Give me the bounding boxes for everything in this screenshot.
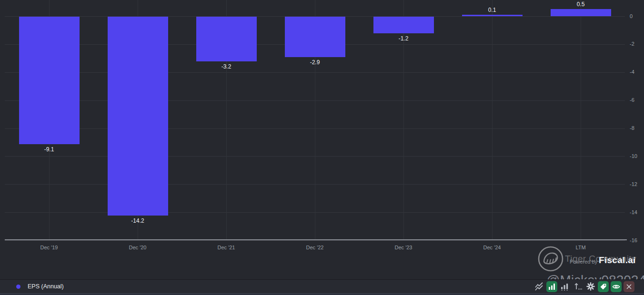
y-tick-label: -4 bbox=[630, 69, 634, 75]
bar[interactable] bbox=[19, 17, 80, 144]
trend-lines-icon[interactable] bbox=[533, 281, 544, 292]
y-tick-label: -16 bbox=[630, 237, 637, 243]
bar-value-label: 0.5 bbox=[577, 1, 585, 8]
y-tick-label: -12 bbox=[630, 181, 637, 187]
y-tick-label: -14 bbox=[630, 209, 637, 215]
bar[interactable] bbox=[108, 17, 168, 216]
x-tick-label: Dec '19 bbox=[40, 245, 58, 250]
bar-value-label: 0.1 bbox=[488, 7, 496, 13]
y-tick-label: -6 bbox=[630, 97, 634, 103]
y-tick-label: -10 bbox=[630, 153, 637, 159]
x-tick-label: Dec '24 bbox=[483, 245, 501, 250]
y-tick-label: -2 bbox=[630, 41, 634, 47]
eps-bar-chart: 0-2-4-6-8-10-12-14-16-9.1Dec '19-14.2Dec… bbox=[0, 0, 644, 279]
bar-value-label: -1.2 bbox=[399, 35, 409, 42]
legend-label: EPS (Annual) bbox=[28, 283, 64, 290]
bar-value-label: -14.2 bbox=[131, 217, 144, 224]
settings-gear-icon[interactable] bbox=[585, 281, 596, 292]
x-tick-label: Dec '20 bbox=[129, 245, 147, 250]
chart-toolbar bbox=[533, 281, 644, 292]
eye-icon[interactable] bbox=[611, 281, 622, 292]
sort-order-icon[interactable] bbox=[572, 281, 583, 292]
x-tick-label: Dec '21 bbox=[218, 245, 235, 250]
tiger-logo-icon bbox=[537, 246, 564, 272]
bar-value-label: -9.1 bbox=[44, 146, 54, 153]
bar-value-label: -2.9 bbox=[310, 59, 320, 66]
x-tick-label: Dec '23 bbox=[395, 245, 413, 250]
bar[interactable] bbox=[196, 17, 257, 61]
x-tick-label: LTM bbox=[575, 245, 585, 250]
bar[interactable] bbox=[285, 17, 345, 57]
x-tick-label: Dec '22 bbox=[306, 245, 324, 250]
y-tick-label: -8 bbox=[630, 125, 634, 131]
chart-footer-bar: EPS (Annual) bbox=[0, 279, 644, 294]
tag-icon[interactable] bbox=[598, 281, 609, 292]
fiscal-brand-label: Fiscal.ai bbox=[599, 255, 636, 266]
bar[interactable] bbox=[551, 9, 611, 16]
h-gridline bbox=[5, 240, 625, 241]
bar-value-label: -3.2 bbox=[221, 63, 231, 70]
v-gridline bbox=[492, 0, 493, 240]
v-gridline bbox=[581, 0, 581, 240]
bar[interactable] bbox=[462, 15, 523, 16]
x-axis-line bbox=[5, 239, 627, 240]
y-tick-label: 0 bbox=[630, 13, 633, 19]
column-chart-icon[interactable] bbox=[559, 281, 570, 292]
powered-by-label: Powered by bbox=[570, 259, 597, 265]
close-icon[interactable] bbox=[624, 281, 634, 292]
bar-chart-active-icon[interactable] bbox=[546, 281, 557, 292]
legend-item-eps-annual[interactable]: EPS (Annual) bbox=[0, 283, 64, 290]
bar[interactable] bbox=[373, 17, 434, 33]
legend-dot bbox=[16, 285, 20, 289]
